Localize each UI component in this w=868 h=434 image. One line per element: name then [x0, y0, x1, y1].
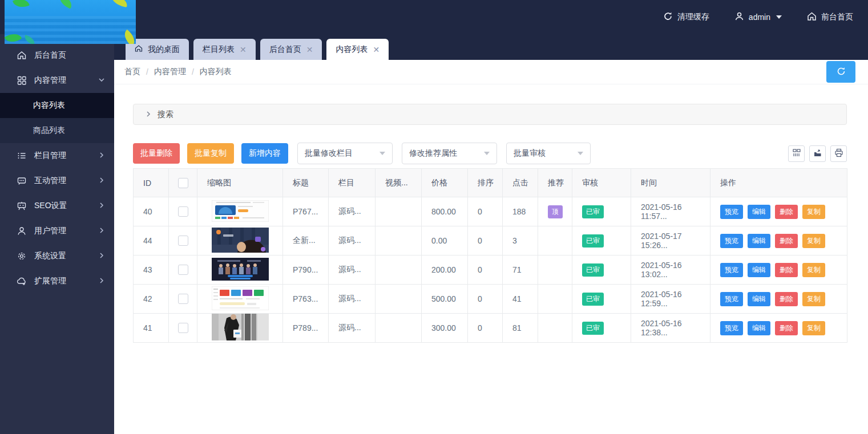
clear-cache-button[interactable]: 清理缓存	[663, 11, 709, 23]
header-category: 栏目	[329, 169, 376, 197]
cell-price: 800.00	[422, 197, 468, 226]
tab-category-list[interactable]: 栏目列表 ✕	[193, 39, 256, 60]
change-recommend-attr-select[interactable]: 修改推荐属性	[402, 143, 497, 164]
sidebar-item-extension-management[interactable]: 扩展管理	[0, 269, 114, 294]
print-button[interactable]	[830, 145, 847, 162]
cell-title[interactable]: P767...	[283, 197, 329, 226]
sidebar-item-system-settings[interactable]: 系统设置	[0, 244, 114, 269]
leaf-decoration	[13, 0, 30, 10]
edit-button[interactable]: 编辑	[748, 263, 770, 277]
copy-button[interactable]: 复制	[802, 205, 825, 219]
front-home-label: 前台首页	[821, 12, 853, 22]
gear-icon	[16, 250, 27, 262]
header-recommend: 推荐	[538, 169, 572, 197]
row-checkbox[interactable]	[178, 206, 188, 217]
breadcrumb-home[interactable]: 首页	[124, 67, 140, 77]
delete-button[interactable]: 删除	[775, 234, 798, 248]
home-icon	[16, 50, 27, 61]
edit-button[interactable]: 编辑	[748, 234, 770, 248]
select-all-checkbox[interactable]	[178, 178, 188, 188]
breadcrumb-content-management[interactable]: 内容管理	[154, 67, 186, 77]
header-audit: 审核	[572, 169, 631, 197]
cell-price: 200.00	[422, 255, 468, 285]
chat-icon	[16, 175, 27, 186]
user-icon	[16, 225, 27, 237]
cell-sort: 0	[468, 197, 503, 226]
delete-button[interactable]: 删除	[775, 263, 798, 277]
cell-id: 44	[134, 226, 169, 255]
toolbar: 批量删除 批量复制 新增内容 批量修改栏目 修改推荐属性 批量审核	[133, 143, 847, 164]
column-settings-button[interactable]	[788, 145, 805, 162]
sidebar-item-product-list[interactable]: 商品列表	[0, 118, 114, 143]
preview-button[interactable]: 预览	[720, 234, 743, 248]
close-icon[interactable]: ✕	[240, 46, 247, 54]
edit-button[interactable]: 编辑	[748, 205, 770, 219]
cell-clicks: 41	[503, 285, 538, 314]
cell-category: 源码...	[329, 255, 376, 285]
preview-button[interactable]: 预览	[720, 205, 743, 219]
search-collapse-panel[interactable]: 搜索	[133, 104, 847, 125]
cell-title[interactable]: P790...	[283, 255, 329, 285]
copy-button[interactable]: 复制	[802, 321, 825, 335]
home-icon	[807, 11, 817, 23]
admin-page: 清理缓存 admin 前台首页	[0, 0, 868, 434]
header-id: ID	[134, 169, 169, 197]
batch-copy-button[interactable]: 批量复制	[187, 143, 234, 164]
batch-change-category-select[interactable]: 批量修改栏目	[297, 143, 393, 164]
cell-sort: 0	[468, 226, 503, 255]
sidebar-item-seo-settings[interactable]: SEO设置	[0, 193, 114, 218]
batch-delete-button[interactable]: 批量删除	[133, 143, 180, 164]
edit-button[interactable]: 编辑	[748, 321, 770, 335]
sidebar-item-content-management[interactable]: 内容管理	[0, 68, 114, 93]
sidebar-item-category-management[interactable]: 栏目管理	[0, 143, 114, 168]
tab-content-list[interactable]: 内容列表 ✕	[326, 39, 389, 60]
close-icon[interactable]: ✕	[373, 46, 380, 54]
tab-backend-home[interactable]: 后台首页 ✕	[260, 39, 322, 60]
cell-clicks: 71	[503, 255, 538, 285]
cell-actions: 预览 编辑 删除 复制	[710, 314, 847, 343]
front-home-link[interactable]: 前台首页	[807, 11, 853, 23]
row-checkbox[interactable]	[178, 265, 188, 275]
user-menu[interactable]: admin	[734, 11, 782, 23]
preview-button[interactable]: 预览	[720, 263, 743, 277]
sidebar-item-content-list[interactable]: 内容列表	[0, 93, 114, 118]
cell-video	[376, 197, 422, 226]
table-row: 44 全新... 源码... 0.00 0 3 已审 2021-05	[134, 226, 847, 255]
cell-video	[376, 314, 422, 343]
close-icon[interactable]: ✕	[306, 46, 313, 54]
cell-clicks: 188	[503, 197, 538, 226]
cell-title[interactable]: P763...	[283, 285, 329, 314]
cell-category: 源码...	[329, 314, 376, 343]
sidebar-item-user-management[interactable]: 用户管理	[0, 218, 114, 244]
add-content-button[interactable]: 新增内容	[241, 143, 288, 164]
preview-button[interactable]: 预览	[720, 292, 743, 306]
cell-id: 42	[134, 285, 169, 314]
table-row: 42 P763... 源码... 500.00 0 41 已审 20	[134, 285, 847, 314]
cell-title[interactable]: 全新...	[283, 226, 329, 255]
site-logo	[5, 0, 136, 44]
delete-button[interactable]: 删除	[775, 205, 798, 219]
thumbnail-image	[212, 228, 269, 254]
chevron-down-icon	[380, 152, 385, 155]
table-row: 41 P789... 源码... 300.00 0 81 已审 20	[134, 314, 847, 343]
sidebar-item-backend-home[interactable]: 后台首页	[0, 43, 114, 68]
copy-button[interactable]: 复制	[802, 263, 825, 277]
row-checkbox[interactable]	[178, 294, 188, 304]
row-checkbox[interactable]	[178, 236, 188, 246]
delete-button[interactable]: 删除	[775, 321, 798, 335]
refresh-page-button[interactable]	[826, 61, 855, 83]
sidebar-item-interaction-management[interactable]: 互动管理	[0, 168, 114, 193]
export-button[interactable]	[809, 145, 826, 162]
audited-badge: 已审	[582, 263, 604, 277]
row-checkbox[interactable]	[178, 323, 188, 333]
copy-button[interactable]: 复制	[802, 234, 825, 248]
delete-button[interactable]: 删除	[775, 292, 798, 306]
preview-button[interactable]: 预览	[720, 321, 743, 335]
cell-video	[376, 255, 422, 285]
batch-audit-select[interactable]: 批量审核	[506, 143, 591, 164]
cell-title[interactable]: P789...	[283, 314, 329, 343]
edit-button[interactable]: 编辑	[748, 292, 770, 306]
header-thumbnail: 缩略图	[197, 169, 283, 197]
copy-button[interactable]: 复制	[802, 292, 825, 306]
cell-clicks: 3	[503, 226, 538, 255]
